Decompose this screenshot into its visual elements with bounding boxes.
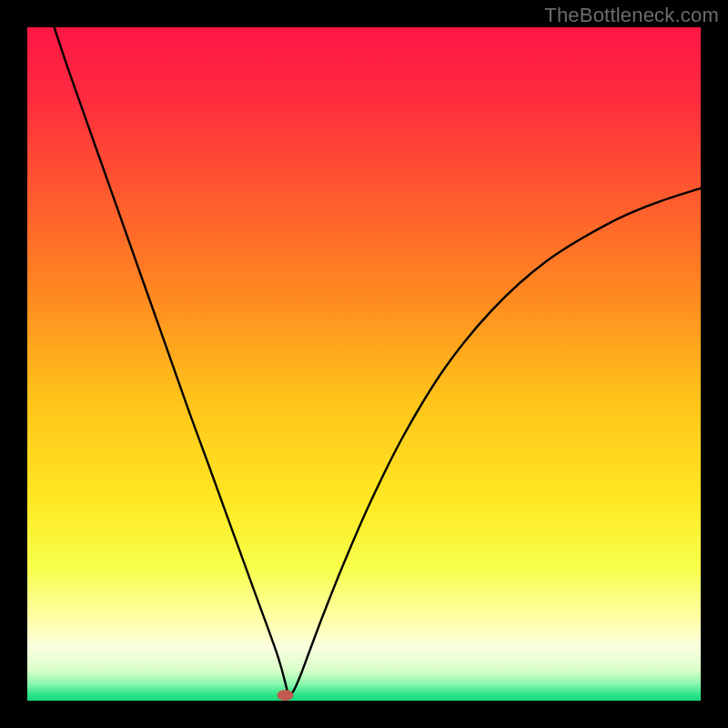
- plot-background: [27, 27, 701, 701]
- chart-frame: TheBottleneck.com: [0, 0, 728, 728]
- optimal-marker: [277, 690, 293, 701]
- watermark-text: TheBottleneck.com: [544, 4, 719, 27]
- bottleneck-chart: [0, 0, 728, 728]
